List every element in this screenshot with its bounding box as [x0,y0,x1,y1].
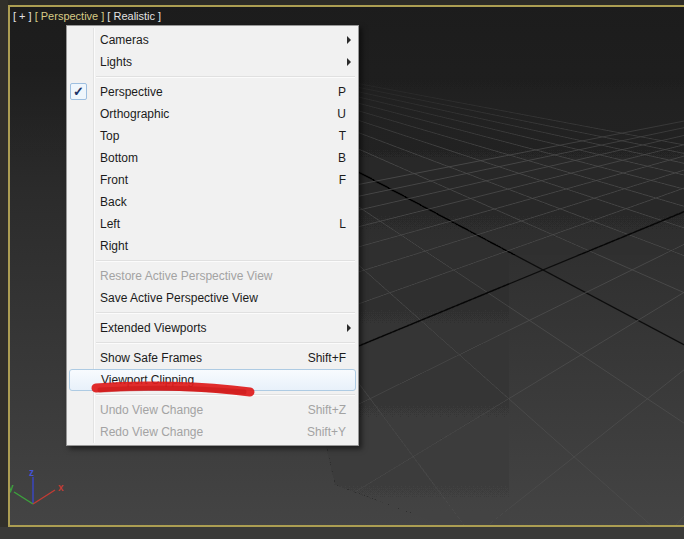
menu-item-label: Orthographic [100,107,169,121]
menu-item-undo-view-change: Undo View ChangeShift+Z [67,399,358,421]
menu-item-redo-view-change: Redo View ChangeShift+Y [67,421,358,443]
menu-item-restore-active-perspective-view: Restore Active Perspective View [67,265,358,287]
shortcut-label: Shift+Y [307,425,346,439]
submenu-arrow-icon [347,324,351,332]
menu-item-label: Left [100,217,120,231]
general-viewport-menu[interactable]: [ + ] [13,10,32,22]
menu-item-lights[interactable]: Lights [67,51,358,73]
shortcut-label: L [339,217,346,231]
viewport-context-menu: CamerasLights✓PerspectivePOrthographicUT… [66,25,359,446]
shortcut-label: B [338,151,346,165]
menu-item-label: Back [100,195,127,209]
menu-item-label: Top [100,129,119,143]
menu-item-label: Cameras [100,33,149,47]
shortcut-label: P [338,85,346,99]
menu-item-label: Extended Viewports [100,321,207,335]
shortcut-label: Shift+Z [308,403,346,417]
submenu-arrow-icon [347,58,351,66]
menu-item-label: Redo View Change [100,425,203,439]
shortcut-label: F [339,173,346,187]
menu-separator [96,342,355,343]
menu-item-perspective[interactable]: ✓PerspectiveP [67,81,358,103]
menu-separator [96,394,355,395]
menu-separator [96,76,355,77]
viewport-label: [ + ][ Perspective ][ Realistic ] [13,9,164,23]
menu-item-label: Restore Active Perspective View [100,269,273,283]
menu-item-extended-viewports[interactable]: Extended Viewports [67,317,358,339]
menu-item-label: Undo View Change [100,403,203,417]
menu-item-right[interactable]: Right [67,235,358,257]
point-of-view-menu[interactable]: [ Perspective ] [35,10,105,22]
shortcut-label: T [339,129,346,143]
menu-item-bottom[interactable]: BottomB [67,147,358,169]
menu-item-orthographic[interactable]: OrthographicU [67,103,358,125]
shortcut-label: U [337,107,346,121]
active-viewport-border-left [8,5,10,527]
window-edge-bottom [0,527,684,539]
menu-separator [96,260,355,261]
active-viewport-border-top [8,5,684,7]
axis-x-label: x [58,482,64,493]
axis-z-label: z [29,467,34,478]
menu-item-label: Right [100,239,128,253]
menu-item-label: Show Safe Frames [100,351,202,365]
submenu-arrow-icon [347,36,351,44]
menu-separator [96,312,355,313]
application-window: z y x [ + ][ Perspective ][ Realistic ] … [0,0,684,539]
menu-item-show-safe-frames[interactable]: Show Safe FramesShift+F [67,347,358,369]
menu-item-label: Save Active Perspective View [100,291,258,305]
menu-item-label: Front [100,173,128,187]
menu-item-back[interactable]: Back [67,191,358,213]
shading-viewport-menu[interactable]: [ Realistic ] [107,10,161,22]
menu-item-cameras[interactable]: Cameras [67,29,358,51]
window-edge-left [0,0,8,539]
menu-item-label: Bottom [100,151,138,165]
active-viewport-border-bottom [8,525,684,527]
menu-item-viewport-clipping[interactable]: Viewport Clipping [69,369,356,391]
checkmark-icon: ✓ [70,83,87,100]
menu-item-label: Lights [100,55,132,69]
menu-item-label: Viewport Clipping [101,373,194,387]
menu-item-left[interactable]: LeftL [67,213,358,235]
menu-item-save-active-perspective-view[interactable]: Save Active Perspective View [67,287,358,309]
menu-item-front[interactable]: FrontF [67,169,358,191]
shortcut-label: Shift+F [308,351,346,365]
menu-item-top[interactable]: TopT [67,125,358,147]
menu-item-label: Perspective [100,85,163,99]
